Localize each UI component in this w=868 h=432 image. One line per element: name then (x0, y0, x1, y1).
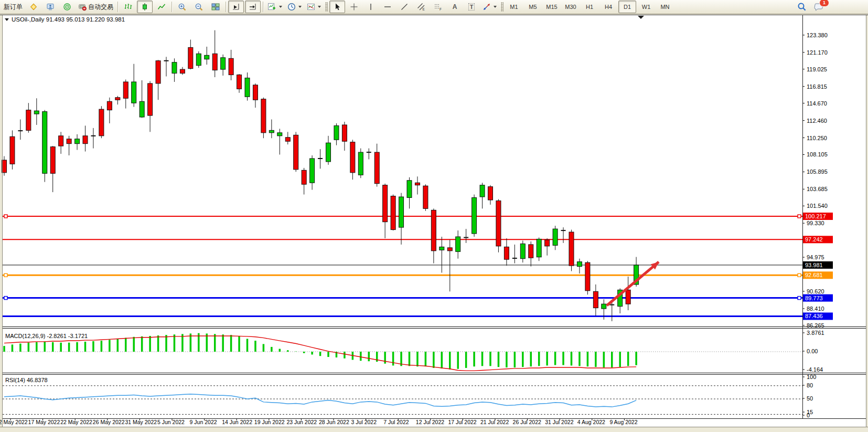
autotrading-icon (78, 3, 87, 11)
timeframe-m30[interactable]: M30 (562, 1, 580, 13)
timeframe-h1[interactable]: H1 (581, 1, 598, 13)
radar-icon (63, 3, 71, 11)
hline-handle[interactable] (798, 273, 801, 277)
auto-scroll-button[interactable] (228, 1, 244, 13)
price-tick-label: 103.685 (807, 186, 828, 192)
macd-histogram-bar (271, 347, 273, 352)
zoom-in-button[interactable] (174, 1, 190, 13)
line-chart-button[interactable] (154, 1, 169, 13)
profile-button[interactable] (42, 1, 58, 13)
profile-icon (46, 3, 55, 11)
timeframe-mn[interactable]: MN (656, 1, 674, 13)
vertical-line-icon (367, 3, 375, 11)
search-button[interactable] (794, 1, 810, 13)
bar-chart-icon (124, 3, 132, 11)
news-radar-button[interactable] (59, 1, 75, 13)
text-tool-button[interactable]: A (447, 1, 463, 13)
macd-histogram-bar (279, 349, 281, 352)
cursor-icon (333, 3, 341, 11)
macd-histogram-bar (392, 352, 394, 365)
new-chart-button[interactable] (265, 1, 284, 13)
autotrading-label: 自动交易 (88, 3, 113, 12)
dropdown-caret (318, 6, 321, 8)
timeframe-m5[interactable]: M5 (524, 1, 542, 13)
macd-histogram-bar (603, 352, 605, 367)
macd-histogram-bar (441, 352, 443, 368)
hline-handle[interactable] (798, 297, 801, 300)
dropdown-caret (494, 6, 497, 8)
hline-handle[interactable] (4, 297, 7, 300)
macd-histogram-bar (627, 352, 629, 366)
hline-handle[interactable] (798, 215, 801, 218)
date-label: 12 Jul 2022 (416, 419, 444, 425)
price-tick-label: 90.620 (807, 288, 824, 294)
chart-shift-button[interactable] (245, 1, 261, 13)
macd-histogram-bar (587, 352, 589, 366)
macd-histogram-bar (68, 343, 70, 352)
price-badge-97.242: 97.242 (805, 236, 823, 243)
candlestick (391, 195, 395, 231)
trendline-icon (400, 3, 409, 11)
price-tick-label: 108.105 (807, 151, 828, 157)
macd-histogram-bar (311, 352, 313, 354)
arrows-tool-button[interactable] (480, 1, 499, 13)
separator (117, 2, 118, 12)
macd-histogram-bar (433, 352, 435, 368)
indicators-button[interactable] (305, 1, 323, 13)
macd-axis-label: -4.164 (807, 366, 823, 373)
hline-handle[interactable] (4, 273, 7, 277)
fibonacci-tool-button[interactable]: F (430, 1, 446, 13)
macd-histogram-bar (498, 352, 500, 367)
new-chart-icon (267, 3, 276, 11)
price-tick-label: 94.975 (807, 254, 824, 260)
candlestick-chart-button[interactable] (137, 1, 153, 13)
autotrading-button[interactable]: 自动交易 (76, 1, 115, 13)
bar-chart-button[interactable] (120, 1, 136, 13)
macd-histogram-bar (635, 352, 637, 365)
gold-ingot-button[interactable] (26, 1, 41, 13)
crosshair-icon (350, 3, 358, 11)
tile-windows-button[interactable] (208, 1, 223, 13)
macd-histogram-bar (247, 339, 249, 352)
timeframe-w1[interactable]: W1 (637, 1, 655, 13)
macd-histogram-bar (409, 352, 411, 366)
zoom-out-button[interactable] (191, 1, 207, 13)
equidistant-channel-icon: E (417, 3, 425, 11)
trendline-tool-button[interactable] (397, 1, 412, 13)
toolbar-grip[interactable] (325, 2, 328, 12)
macd-histogram-bar (214, 334, 216, 352)
macd-histogram-bar (416, 352, 419, 366)
macd-histogram-bar (287, 350, 289, 352)
macd-histogram-bar (117, 339, 119, 352)
chat-button[interactable]: 1 (811, 1, 827, 13)
channel-tool-button[interactable]: E (413, 1, 429, 13)
timeframe-m15[interactable]: M15 (543, 1, 561, 13)
cursor-tool-button[interactable] (329, 1, 345, 13)
macd-axis-label: 0.00 (807, 348, 818, 354)
horizontal-line-tool-button[interactable] (380, 1, 395, 13)
chart-canvas[interactable]: 123.380121.170119.025116.815114.670112.4… (0, 15, 868, 432)
new-order-button[interactable]: 新订单 (2, 1, 25, 13)
drawing-tools-group: E F A T (329, 0, 499, 14)
date-label: 4 Aug 2022 (577, 419, 605, 425)
macd-histogram-bar (571, 352, 573, 365)
macd-histogram-bar (319, 352, 322, 356)
date-label: 14 Jun 2022 (222, 419, 252, 425)
macd-histogram-bar (254, 341, 256, 352)
toolbar-grip[interactable] (501, 2, 503, 12)
vertical-line-tool-button[interactable] (363, 1, 379, 13)
candlestick (569, 230, 574, 271)
macd-histogram-bar (303, 352, 305, 353)
hline-handle[interactable] (4, 215, 7, 218)
zoom-in-icon (178, 3, 187, 12)
macd-histogram-bar (506, 352, 508, 367)
timeframe-m1[interactable]: M1 (505, 1, 523, 13)
timeframe-h4[interactable]: H4 (599, 1, 617, 13)
price-tick-label: 88.410 (807, 305, 824, 312)
macd-histogram-bar (44, 342, 46, 352)
crosshair-tool-button[interactable] (346, 1, 362, 13)
text-label-tool-button[interactable]: T (464, 1, 479, 13)
period-button[interactable] (285, 1, 304, 13)
gold-ingot-icon (29, 3, 38, 11)
timeframe-d1[interactable]: D1 (618, 1, 636, 13)
